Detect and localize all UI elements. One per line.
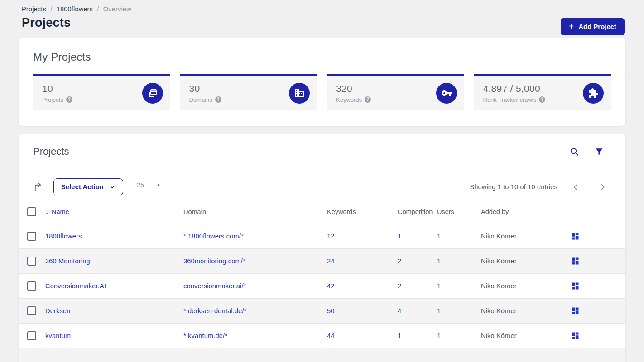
add-project-button[interactable]: + Add Project <box>561 18 625 35</box>
breadcrumb-1800flowers[interactable]: 1800flowers <box>57 5 93 13</box>
project-users-link[interactable]: 1 <box>437 257 441 265</box>
project-users-link[interactable]: 1 <box>437 332 441 339</box>
breadcrumb-separator: / <box>97 5 99 13</box>
column-header-users[interactable]: Users <box>437 202 481 224</box>
stat-tile: 4,897 / 5,000 Rank Tracker crawls ? <box>474 74 611 110</box>
showing-entries-text: Showing 1 to 10 of 10 entries <box>470 183 557 191</box>
stat-label: Projects <box>42 96 63 103</box>
breadcrumb-overview: Overview <box>103 5 131 13</box>
stat-label: Keywords <box>336 96 362 103</box>
project-keywords-link[interactable]: 50 <box>327 307 335 314</box>
project-name-link[interactable]: 1800flowers <box>45 233 82 240</box>
caret-down-icon: ▼ <box>157 183 160 187</box>
row-checkbox[interactable] <box>27 331 36 340</box>
page-size-select[interactable]: 25 ▼ <box>135 181 161 192</box>
project-name-link[interactable]: kvantum <box>45 332 71 339</box>
puzzle-icon <box>583 83 604 104</box>
projects-copy-icon <box>142 83 163 104</box>
project-users-link[interactable]: 1 <box>437 282 441 290</box>
project-domain-link[interactable]: *.1800flowers.com/* <box>183 233 244 240</box>
key-icon <box>436 83 457 104</box>
export-icon[interactable] <box>33 182 43 192</box>
project-added-by: Niko Körner <box>481 257 517 265</box>
table-row: Derksen *.derksen-dental.de/* 50 4 1 Nik… <box>19 299 625 324</box>
page-title: Projects <box>22 16 625 30</box>
project-users-link[interactable]: 1 <box>437 307 441 314</box>
table-row: 1800flowers *.1800flowers.com/* 12 1 1 N… <box>19 224 625 249</box>
projects-card: Projects <box>19 134 625 362</box>
help-icon[interactable]: ? <box>539 96 545 103</box>
my-projects-card: My Projects 10 Projects ? 30 Domains <box>19 38 625 126</box>
project-competition-link[interactable]: 1 <box>398 233 401 240</box>
projects-panel-title: Projects <box>33 146 69 157</box>
project-name-link[interactable]: Conversionmaker.AI <box>45 282 106 290</box>
dashboard-icon[interactable] <box>570 231 581 242</box>
project-added-by: Niko Körner <box>481 282 517 290</box>
column-header-competition[interactable]: Competition <box>398 202 437 224</box>
project-keywords-link[interactable]: 24 <box>327 257 335 265</box>
stat-tile: 30 Domains ? <box>180 74 317 110</box>
table-body: 1800flowers *.1800flowers.com/* 12 1 1 N… <box>19 224 625 362</box>
dashboard-icon[interactable] <box>570 330 581 341</box>
building-icon <box>289 83 310 104</box>
breadcrumb-projects[interactable]: Projects <box>22 5 46 13</box>
add-project-label: Add Project <box>578 23 616 30</box>
dashboard-icon[interactable] <box>570 305 581 316</box>
project-name-link[interactable]: Derksen <box>45 307 70 314</box>
row-checkbox[interactable] <box>27 281 36 291</box>
stat-value: 10 <box>42 83 72 94</box>
stat-label: Domains <box>189 96 212 103</box>
stat-tile: 320 Keywords ? <box>327 74 464 110</box>
project-name-link[interactable]: 360 Monitoring <box>45 257 90 265</box>
search-icon[interactable] <box>568 146 580 157</box>
pagination-prev-icon[interactable] <box>567 181 584 193</box>
column-header-domain[interactable]: Domain <box>183 202 327 224</box>
select-action-dropdown[interactable]: Select Action <box>53 178 123 195</box>
table-row-partial <box>19 348 625 362</box>
my-projects-title: My Projects <box>33 51 611 63</box>
stat-value: 320 <box>336 83 371 94</box>
column-header-added-by[interactable]: Added by <box>481 202 569 224</box>
plus-icon: + <box>569 22 574 31</box>
stats-row: 10 Projects ? 30 Domains ? <box>33 74 611 110</box>
project-domain-link[interactable]: 360monitoring.com/* <box>183 257 245 265</box>
row-checkbox[interactable] <box>27 232 36 241</box>
stat-value: 4,897 / 5,000 <box>483 83 546 94</box>
project-keywords-link[interactable]: 44 <box>327 332 335 339</box>
help-icon[interactable]: ? <box>365 96 371 103</box>
table-toolbar: Select Action 25 ▼ Showing 1 to 10 of 10… <box>19 178 625 195</box>
pagination-next-icon[interactable] <box>594 181 611 193</box>
help-icon[interactable]: ? <box>215 96 221 103</box>
project-competition-link[interactable]: 1 <box>398 332 401 339</box>
filter-icon[interactable] <box>594 146 605 157</box>
project-domain-link[interactable]: *.kvantum.de/* <box>183 332 227 339</box>
table-header-row: ↓Name Domain Keywords Competition Users … <box>19 202 625 224</box>
select-all-checkbox[interactable] <box>27 207 36 216</box>
project-domain-link[interactable]: *.derksen-dental.de/* <box>183 307 247 314</box>
page-size-value: 25 <box>137 181 144 189</box>
breadcrumb-separator: / <box>50 5 52 13</box>
column-header-keywords[interactable]: Keywords <box>327 202 398 224</box>
row-checkbox[interactable] <box>27 257 36 266</box>
row-checkbox[interactable] <box>27 306 36 315</box>
sort-desc-icon: ↓ <box>45 208 48 215</box>
chevron-down-icon <box>109 184 115 190</box>
breadcrumb: Projects / 1800flowers / Overview <box>22 5 625 13</box>
help-icon[interactable]: ? <box>66 96 72 103</box>
project-users-link[interactable]: 1 <box>437 233 441 240</box>
select-action-label: Select Action <box>61 183 104 191</box>
project-domain-link[interactable]: conversionmaker.ai/* <box>183 282 246 290</box>
project-keywords-link[interactable]: 42 <box>327 282 335 290</box>
project-competition-link[interactable]: 4 <box>398 307 401 314</box>
project-competition-link[interactable]: 2 <box>398 257 401 265</box>
project-added-by: Niko Körner <box>481 233 517 240</box>
project-added-by: Niko Körner <box>481 332 517 339</box>
dashboard-icon[interactable] <box>570 281 581 291</box>
stat-tile: 10 Projects ? <box>33 74 170 110</box>
table-row: kvantum *.kvantum.de/* 44 1 1 Niko Körne… <box>19 324 625 348</box>
projects-table: ↓Name Domain Keywords Competition Users … <box>19 202 625 362</box>
project-keywords-link[interactable]: 12 <box>327 233 335 240</box>
project-competition-link[interactable]: 2 <box>398 282 401 290</box>
column-header-name[interactable]: ↓Name <box>45 202 183 224</box>
dashboard-icon[interactable] <box>570 256 581 267</box>
